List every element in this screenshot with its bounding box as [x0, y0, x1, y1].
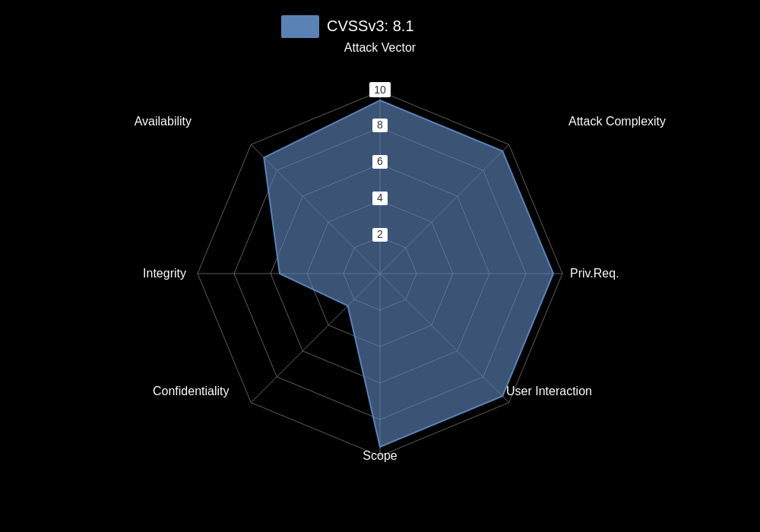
chart-container: CVSSv3: 8.1 — [0, 0, 760, 532]
axis-label-10: 10 — [374, 84, 386, 96]
axis-label-6: 6 — [377, 155, 383, 167]
label-availability: Availability — [135, 115, 192, 128]
label-user-interaction: User Interaction — [506, 385, 592, 397]
legend-label: CVSSv3: 8.1 — [327, 17, 414, 34]
label-priv-req: Priv.Req. — [570, 267, 619, 280]
label-scope: Scope — [363, 449, 397, 462]
axis-label-8: 8 — [377, 119, 383, 131]
label-integrity: Integrity — [143, 267, 186, 280]
radar-chart: CVSSv3: 8.1 — [0, 0, 760, 532]
axis-label-2: 2 — [377, 228, 383, 240]
axis-label-4: 4 — [377, 192, 383, 204]
label-attack-vector: Attack Vector — [344, 41, 416, 54]
legend-color-box — [281, 15, 319, 38]
label-confidentiality: Confidentiality — [153, 385, 230, 397]
label-attack-complexity: Attack Complexity — [568, 115, 666, 128]
